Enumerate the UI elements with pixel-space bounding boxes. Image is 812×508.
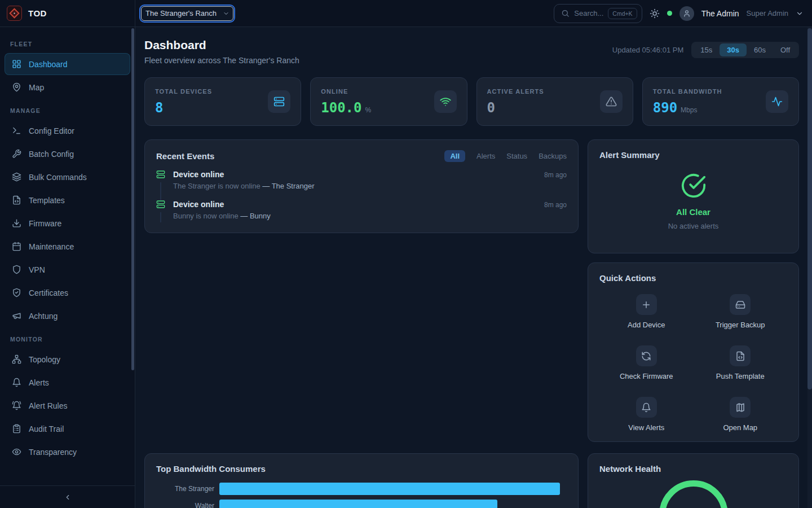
trigger-backup-button[interactable]: Trigger Backup [694,294,788,329]
file-code-icon [735,351,745,361]
sidebar-item-label: Topology [29,355,60,364]
user-role: Super Admin [747,9,788,17]
sidebar-item-label: Firmware [29,219,61,228]
sidebar-item-alert-rules[interactable]: Alert Rules [5,395,130,417]
refresh-60s-button[interactable]: 60s [747,43,773,56]
sidebar-item-firmware[interactable]: Firmware [5,212,130,234]
sidebar-item-certificates[interactable]: Certificates [5,282,130,304]
connection-status-dot [667,11,672,16]
refresh-30s-button[interactable]: 30s [720,43,747,56]
stat-card-online: ONLINE 100.0% [310,77,467,126]
sidebar-item-label: Batch Config [29,150,74,159]
brand-header: TOD [0,0,135,27]
sidebar-collapse-button[interactable] [0,485,135,508]
chevron-left-icon [64,493,72,501]
stat-card-total-devices: TOTAL DEVICES 8 [144,77,301,126]
sidebar-item-alerts[interactable]: Alerts [5,371,130,393]
page-header: Dashboard Fleet overview across The Stra… [144,38,799,65]
quick-action-label: Add Device [628,321,665,329]
main-scrollbar-track[interactable] [807,27,812,508]
sidebar-item-topology[interactable]: Topology [5,348,130,370]
bandwidth-bar [219,500,497,508]
stat-value: 0 [487,100,495,116]
network-icon [12,354,21,364]
theme-toggle-sun-icon[interactable] [650,8,660,19]
view-alerts-button[interactable]: View Alerts [599,397,694,432]
brand-name: TOD [28,8,47,18]
search-placeholder: Search... [574,9,603,17]
event-row: Device online 8m ago The Stranger is now… [156,170,567,200]
filter-all[interactable]: All [444,150,465,162]
quick-actions-title: Quick Actions [599,273,656,283]
clipboard-list-icon [12,424,21,433]
event-title: Device online [173,200,224,209]
wifi-icon [440,96,451,107]
layers-icon [12,172,21,182]
sidebar-item-config-editor[interactable]: Config Editor [5,120,130,142]
check-circle-icon [681,173,707,199]
sidebar-item-label: Transparency [29,448,77,457]
topbar-right: Search... Cmd+K The Admin Super Admin [554,4,804,23]
bandwidth-bar [219,483,560,495]
filter-status[interactable]: Status [506,152,527,160]
sidebar-item-vpn[interactable]: VPN [5,259,130,281]
event-title: Device online [173,170,224,179]
push-template-button[interactable]: Push Template [694,345,788,380]
event-row: Device online 8m ago Bunny is now online… [156,200,567,222]
event-time: 8m ago [544,171,567,179]
main-scrollbar-thumb[interactable] [807,28,812,389]
stats-row: TOTAL DEVICES 8 ONLINE 100.0% ACTIVE ALE… [144,77,799,126]
user-name: The Admin [701,9,739,18]
layout-grid-icon [12,59,21,69]
sidebar-item-label: Maintenance [29,242,74,251]
bandwidth-row: Walter [156,500,567,508]
page-subtitle: Fleet overview across The Stranger's Ran… [144,56,299,65]
sidebar-nav: FLEET Dashboard Map MANAGE Config Editor… [0,27,135,485]
sidebar-item-audit-trail[interactable]: Audit Trail [5,418,130,440]
sidebar-item-templates[interactable]: Templates [5,189,130,211]
bell-icon [641,402,651,413]
sidebar-item-maintenance[interactable]: Maintenance [5,235,130,257]
open-map-button[interactable]: Open Map [694,397,788,432]
filter-alerts[interactable]: Alerts [476,152,495,160]
updated-timestamp: Updated 05:46:01 PM [612,46,683,54]
sidebar-item-dashboard[interactable]: Dashboard [5,53,130,75]
main-content: Dashboard Fleet overview across The Stra… [135,27,812,508]
stat-label: TOTAL BANDWIDTH [653,88,722,95]
add-device-button[interactable]: Add Device [599,294,694,329]
quick-action-label: Check Firmware [620,372,673,380]
megaphone-icon [12,311,21,321]
fleet-selector[interactable]: The Stranger's Ranch [141,6,233,21]
sidebar-item-achtung[interactable]: Achtung [5,305,130,327]
shield-check-icon [12,288,21,297]
bandwidth-device-label: Walter [156,502,219,508]
sidebar-item-transparency[interactable]: Transparency [5,441,130,463]
refresh-interval-control: 15s 30s 60s Off [691,42,799,58]
stat-label: TOTAL DEVICES [155,88,212,95]
event-filters: All Alerts Status Backups [444,150,567,162]
filter-backups[interactable]: Backups [539,152,567,160]
sidebar-item-map[interactable]: Map [5,76,130,98]
sidebar-item-label: Audit Trail [29,424,64,433]
stat-label: ACTIVE ALERTS [487,88,544,95]
user-menu-chevron-down-icon[interactable] [796,10,804,17]
recent-events-card: Recent Events All Alerts Status Backups [144,139,579,233]
sidebar-item-bulk-commands[interactable]: Bulk Commands [5,166,130,188]
calendar-icon [12,242,21,251]
search-input[interactable]: Search... Cmd+K [554,4,642,23]
check-firmware-button[interactable]: Check Firmware [599,345,694,380]
sidebar-item-label: Config Editor [29,126,74,135]
app-window: TOD FLEET Dashboard Map MANAGE Config Ed… [0,0,812,508]
bell-icon [12,378,21,387]
refresh-15s-button[interactable]: 15s [693,43,720,56]
event-description: The Stranger is now online [173,182,261,190]
event-time: 8m ago [544,201,567,209]
sidebar-scrollbar[interactable] [131,28,134,370]
refresh-off-button[interactable]: Off [773,43,797,56]
timeline-connector [160,182,161,200]
avatar[interactable] [679,6,694,21]
sidebar-item-label: Bulk Commands [29,173,87,182]
stat-value: 100.0 [321,100,361,116]
network-health-title: Network Health [599,464,661,474]
sidebar-item-batch-config[interactable]: Batch Config [5,143,130,165]
